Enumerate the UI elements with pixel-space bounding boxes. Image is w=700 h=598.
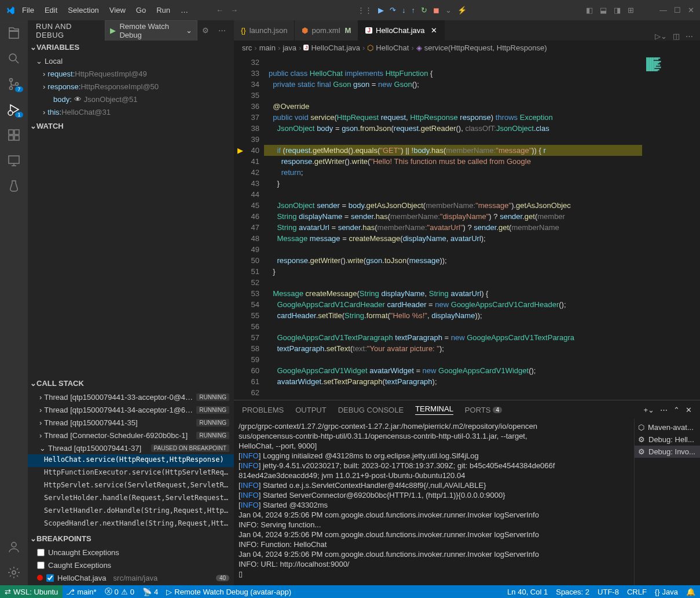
close-panel-icon[interactable]: ✕ (686, 406, 692, 414)
thread-row-expanded[interactable]: ⌄Thread [qtp1500079441-37]PAUSED ON BREA… (28, 442, 234, 454)
stack-frame[interactable]: HttpServlet.service(ServletRequest,Servl… (28, 480, 234, 493)
menu-more[interactable]: … (181, 6, 188, 14)
variable-row[interactable]: body:👁 JsonObject@51 (28, 93, 234, 105)
new-terminal-icon[interactable]: +⌄ (643, 406, 654, 414)
terminal-item-debug-invoker[interactable]: ⚙Debug: Invo... (635, 446, 700, 458)
continue-icon[interactable]: ▶ (378, 6, 384, 14)
thread-row[interactable]: ›Thread [qtp1500079441-33-acceptor-0@48.… (28, 391, 234, 403)
more-icon[interactable]: ⋯ (218, 26, 226, 35)
svg-rect-6 (9, 136, 13, 140)
cursor-position[interactable]: Ln 40, Col 1 (507, 588, 548, 596)
stack-frame[interactable]: HelloChat.service(HttpRequest,HttpRespon… (28, 454, 234, 467)
thread-row[interactable]: ›Thread [Connector-Scheduler-6920b0bc-1]… (28, 429, 234, 442)
menu-run[interactable]: Run (156, 6, 170, 14)
source-control-icon[interactable]: 7 (7, 77, 21, 91)
debug-status[interactable]: ▷Remote Watch Debug (avatar-app) (166, 588, 291, 596)
checkbox[interactable] (37, 561, 45, 569)
language-mode[interactable]: {}Java (655, 588, 678, 596)
watch-section-head[interactable]: ⌄ WATCH (28, 119, 234, 132)
ports-status[interactable]: 📡4 (142, 588, 158, 596)
minimize-icon[interactable]: — (659, 6, 667, 14)
menu-edit[interactable]: Edit (45, 6, 57, 14)
variable-row[interactable]: ›request: HttpRequestImpl@49 (28, 67, 234, 80)
thread-row[interactable]: ›Thread [qtp1500079441-35]RUNNING (28, 416, 234, 429)
breakpoints-section-head[interactable]: ⌄ BREAKPOINTS (28, 532, 234, 545)
minimap[interactable]: ████████████████████████████████████████… (642, 54, 700, 400)
debug-config-selector[interactable]: ▶ Remote Watch Debug ⌄ (105, 20, 197, 41)
panel-tab-output[interactable]: OUTPUT (295, 406, 326, 414)
stop-icon[interactable]: ◼ (433, 6, 439, 14)
panel-tab-terminal[interactable]: TERMINAL (415, 404, 453, 415)
testing-icon[interactable] (7, 179, 21, 193)
restart-icon[interactable]: ↻ (421, 6, 427, 14)
search-icon[interactable] (7, 52, 21, 65)
accounts-icon[interactable] (7, 540, 21, 554)
menu-view[interactable]: View (109, 6, 126, 14)
variables-section-head[interactable]: ⌄ VARIABLES (28, 41, 234, 53)
breakpoint-file[interactable]: HelloChat.javasrc/main/java40 (28, 571, 234, 584)
stack-frame[interactable]: ServletHolder.handle(Request,ServletRequ… (28, 493, 234, 505)
nav-back-icon[interactable]: ← (216, 6, 223, 14)
explorer-icon[interactable] (7, 26, 21, 40)
panel-tab-debug-console[interactable]: DEBUG CONSOLE (338, 406, 404, 414)
tab-pom-xml[interactable]: ⬢pom.xmlM (295, 20, 358, 41)
menu-selection[interactable]: Selection (68, 6, 98, 14)
maximize-icon[interactable]: ☐ (674, 6, 681, 14)
stack-frame[interactable]: HttpFunctionExecutor.service(HttpServlet… (28, 467, 234, 480)
tab-launch-json[interactable]: {}launch.json (234, 20, 295, 41)
variable-row[interactable]: ›this: HelloChat@31 (28, 105, 234, 118)
errors-warnings[interactable]: ⓧ0 ⚠0 (105, 586, 134, 597)
run-dropdown-icon[interactable]: ▷⌄ (655, 32, 667, 41)
step-over-icon[interactable]: ↷ (390, 6, 396, 14)
layout-customize-icon[interactable]: ⊞ (628, 6, 634, 14)
extensions-icon[interactable] (7, 128, 21, 142)
dropdown-icon[interactable]: ⌄ (445, 6, 452, 14)
step-out-icon[interactable]: ↑ (412, 6, 416, 14)
variable-row[interactable]: ›response: HttpResponseImpl@50 (28, 80, 234, 93)
remote-indicator[interactable]: ⇄WSL: Ubuntu (0, 585, 63, 598)
notifications[interactable]: 🔔 (686, 588, 695, 596)
more-icon[interactable]: ⋯ (686, 32, 693, 41)
breakpoint-caught[interactable]: Caught Exceptions (28, 559, 234, 571)
callstack-section-head[interactable]: ⌄ CALL STACK (28, 377, 234, 389)
terminal-item-maven[interactable]: ⬡Maven-avat... (635, 421, 700, 433)
menu-file[interactable]: File (22, 6, 34, 14)
layout-secondary-icon[interactable]: ◨ (614, 6, 621, 14)
split-right-icon[interactable]: ◫ (673, 32, 680, 41)
run-debug-icon[interactable]: 1 (7, 103, 21, 116)
gear-icon[interactable]: ⚙ (202, 26, 209, 35)
maximize-panel-icon[interactable]: ⌃ (673, 406, 680, 414)
git-branch[interactable]: ⎇main* (66, 588, 96, 596)
sidebar-header: RUN AND DEBUG ▶ Remote Watch Debug ⌄ ⚙ ⋯ (28, 20, 234, 41)
grip-icon[interactable]: ⋮⋮ (357, 6, 372, 14)
close-icon[interactable]: ✕ (431, 26, 437, 35)
stack-frame[interactable]: ServletHandler.doHandle(String,Request,H… (28, 505, 234, 518)
eol[interactable]: CRLF (627, 588, 647, 596)
encoding[interactable]: UTF-8 (598, 588, 619, 596)
panel-tab-ports[interactable]: PORTS4 (465, 406, 502, 414)
settings-gear-icon[interactable] (7, 566, 21, 579)
breakpoint-uncaught[interactable]: Uncaught Exceptions (28, 546, 234, 559)
tab-hellochat-java[interactable]: JHelloChat.java✕ (358, 20, 444, 41)
layout-primary-icon[interactable]: ◧ (586, 6, 593, 14)
terminal-output[interactable]: /grpc/grpc-context/1.27.2/grpc-context-1… (234, 419, 634, 585)
stack-frame[interactable]: ScopedHandler.nextHandle(String,Request,… (28, 518, 234, 531)
thread-row[interactable]: ›Thread [qtp1500079441-34-acceptor-1@66.… (28, 403, 234, 416)
more-icon[interactable]: ⋯ (660, 406, 668, 414)
checkbox[interactable] (37, 549, 45, 556)
layout-panel-icon[interactable]: ⬓ (600, 6, 607, 14)
breadcrumbs[interactable]: src› main› java› J HelloChat.java› ⬡ Hel… (234, 41, 700, 54)
menu-go[interactable]: Go (136, 6, 146, 14)
code-editor[interactable]: 3233343536373839▶40414243444546474849505… (234, 54, 700, 400)
checkbox[interactable] (46, 574, 54, 582)
indentation[interactable]: Spaces: 2 (556, 588, 589, 596)
nav-forward-icon[interactable]: → (230, 6, 238, 14)
step-into-icon[interactable]: ↓ (402, 6, 406, 14)
code-content[interactable]: public class HelloChat implements HttpFu… (264, 54, 642, 400)
scope-local[interactable]: ⌄Local (28, 54, 234, 67)
panel-tab-problems[interactable]: PROBLEMS (242, 406, 284, 414)
close-icon[interactable]: ✕ (688, 6, 694, 14)
remote-explorer-icon[interactable] (7, 154, 21, 167)
hot-reload-icon[interactable]: ⚡ (457, 6, 467, 14)
terminal-item-debug-hello[interactable]: ⚙Debug: Hell... (635, 433, 700, 446)
